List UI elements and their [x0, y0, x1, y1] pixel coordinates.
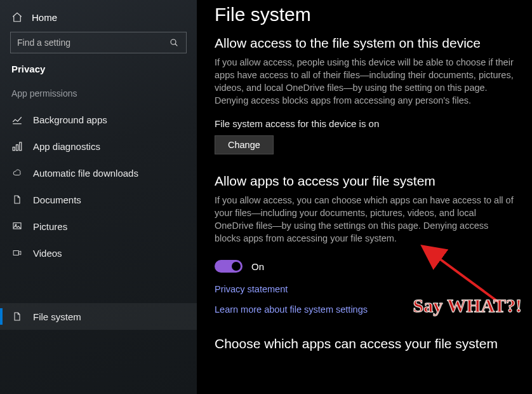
sidebar-item-pictures[interactable]: Pictures: [0, 213, 197, 240]
document-icon: [11, 194, 23, 205]
change-button[interactable]: Change: [215, 135, 274, 154]
section-body: If you allow access, you can choose whic…: [215, 194, 514, 256]
home-icon: [11, 11, 23, 23]
chart-icon: [11, 114, 23, 125]
settings-sidebar: Home Privacy App permissions Background …: [0, 0, 197, 394]
svg-rect-8: [13, 251, 18, 255]
svg-rect-5: [20, 142, 22, 151]
video-icon: [11, 247, 23, 259]
svg-line-1: [175, 44, 177, 46]
svg-rect-4: [17, 145, 18, 151]
cloud-icon: [11, 167, 23, 179]
section-heading-choose-apps: Choose which apps can access your file s…: [215, 336, 514, 357]
apps-access-toggle[interactable]: [215, 260, 243, 273]
sidebar-item-app-diagnostics[interactable]: App diagnostics: [0, 133, 197, 160]
sidebar-item-label: File system: [33, 311, 81, 322]
sidebar-item-label: App diagnostics: [33, 141, 100, 152]
privacy-statement-link[interactable]: Privacy statement: [215, 282, 288, 297]
category-header: Privacy: [0, 64, 197, 88]
toggle-state-label: On: [251, 261, 264, 272]
home-nav[interactable]: Home: [0, 6, 197, 32]
sidebar-item-videos[interactable]: Videos: [0, 240, 197, 266]
device-access-status: File system access for this device is on: [215, 118, 514, 135]
sidebar-item-label: Automatic file downloads: [33, 168, 138, 179]
section-title: App permissions: [0, 88, 197, 106]
sidebar-item-label: Videos: [33, 248, 62, 259]
sidebar-item-auto-downloads[interactable]: Automatic file downloads: [0, 160, 197, 186]
section-body: If you allow access, people using this d…: [215, 56, 514, 118]
sidebar-item-documents[interactable]: Documents: [0, 186, 197, 213]
diagnostics-icon: [11, 140, 23, 152]
section-heading-apps-access: Allow apps to access your file system: [215, 173, 514, 194]
svg-point-0: [171, 39, 176, 44]
sidebar-item-label: Background apps: [33, 114, 107, 125]
settings-content: File system Allow access to the file sys…: [197, 0, 532, 394]
sidebar-item-label: Documents: [33, 194, 81, 205]
home-label: Home: [32, 12, 57, 23]
sidebar-item-label: Pictures: [33, 221, 67, 232]
settings-search[interactable]: [10, 32, 187, 53]
document-icon: [11, 311, 23, 322]
sidebar-item-background-apps[interactable]: Background apps: [0, 106, 197, 133]
search-icon: [168, 37, 180, 48]
section-heading-device-access: Allow access to the file system on this …: [215, 36, 514, 56]
sidebar-item-file-system[interactable]: File system: [0, 303, 197, 330]
picture-icon: [11, 221, 23, 232]
search-input[interactable]: [17, 37, 157, 48]
page-title: File system: [215, 0, 514, 36]
svg-rect-3: [13, 147, 15, 151]
learn-more-link[interactable]: Learn more about file system settings: [215, 302, 368, 317]
